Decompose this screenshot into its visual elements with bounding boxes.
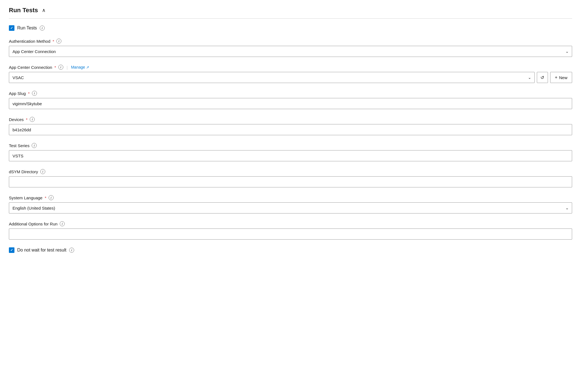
refresh-icon: ↺ [540, 75, 544, 80]
new-button[interactable]: + New [550, 72, 572, 83]
section-title: Run Tests [9, 7, 38, 14]
app-center-connection-required: * [54, 65, 56, 70]
app-slug-required: * [28, 91, 30, 96]
page-container: Run Tests ∧ ✓ Run Tests i Authentication… [0, 0, 581, 392]
external-link-icon: ↗ [86, 65, 89, 69]
authentication-method-label: Authentication Method [9, 39, 50, 44]
do-not-wait-info-icon[interactable]: i [69, 248, 74, 253]
devices-input[interactable] [9, 124, 572, 135]
dsym-directory-label-row: dSYM Directory i [9, 169, 572, 174]
devices-label-row: Devices * i [9, 117, 572, 122]
run-tests-label: Run Tests [17, 26, 37, 31]
app-center-connection-label-row: App Center Connection * i | Manage ↗ [9, 65, 572, 70]
app-slug-label-row: App Slug * i [9, 91, 572, 96]
test-series-group: Test Series i [9, 143, 572, 161]
test-series-label: Test Series [9, 143, 29, 148]
dsym-directory-label: dSYM Directory [9, 169, 38, 174]
connection-row: VSAC ⌄ ↺ + New [9, 72, 572, 83]
system-language-label-row: System Language * i [9, 195, 572, 200]
system-language-select[interactable]: English (United States) Spanish French G… [9, 202, 572, 213]
chevron-up-icon[interactable]: ∧ [42, 7, 46, 13]
authentication-method-select-wrapper: App Center Connection Credentials ⌄ [9, 46, 572, 57]
test-series-info-icon[interactable]: i [32, 143, 37, 148]
pipe-separator: | [67, 65, 68, 70]
system-language-info-icon[interactable]: i [49, 195, 54, 200]
app-center-connection-select[interactable]: VSAC [9, 72, 535, 83]
dsym-directory-info-icon[interactable]: i [40, 169, 45, 174]
plus-icon: + [555, 75, 557, 80]
authentication-method-info-icon[interactable]: i [56, 39, 61, 44]
system-language-group: System Language * i English (United Stat… [9, 195, 572, 213]
app-center-connection-label: App Center Connection [9, 65, 52, 70]
additional-options-label-row: Additional Options for Run i [9, 221, 572, 226]
authentication-method-label-row: Authentication Method * i [9, 39, 572, 44]
do-not-wait-row: ✓ Do not wait for test result i [9, 247, 572, 253]
app-center-connection-group: App Center Connection * i | Manage ↗ VSA… [9, 65, 572, 83]
additional-options-group: Additional Options for Run i [9, 221, 572, 240]
do-not-wait-checkbox[interactable]: ✓ [9, 247, 14, 253]
app-slug-label: App Slug [9, 91, 26, 96]
section-header: Run Tests ∧ [9, 7, 572, 19]
devices-required: * [26, 117, 27, 122]
additional-options-label: Additional Options for Run [9, 222, 57, 226]
app-slug-info-icon[interactable]: i [32, 91, 37, 96]
additional-options-info-icon[interactable]: i [60, 221, 65, 226]
refresh-button[interactable]: ↺ [537, 72, 548, 83]
manage-link[interactable]: Manage ↗ [71, 65, 89, 69]
system-language-select-wrapper: English (United States) Spanish French G… [9, 202, 572, 213]
devices-group: Devices * i [9, 117, 572, 135]
app-slug-group: App Slug * i [9, 91, 572, 109]
run-tests-row: ✓ Run Tests i [9, 25, 572, 31]
app-center-connection-info-icon[interactable]: i [58, 65, 63, 70]
devices-label: Devices [9, 117, 24, 122]
new-button-label: New [559, 75, 567, 80]
authentication-method-group: Authentication Method * i App Center Con… [9, 39, 572, 57]
system-language-label: System Language [9, 195, 42, 200]
authentication-method-select[interactable]: App Center Connection Credentials [9, 46, 572, 57]
do-not-wait-checkmark-icon: ✓ [10, 248, 13, 252]
additional-options-input[interactable] [9, 228, 572, 240]
do-not-wait-label: Do not wait for test result [17, 248, 66, 253]
authentication-method-required: * [52, 39, 54, 44]
connection-select-wrapper: VSAC ⌄ [9, 72, 535, 83]
dsym-directory-group: dSYM Directory i [9, 169, 572, 187]
test-series-input[interactable] [9, 150, 572, 161]
dsym-directory-input[interactable] [9, 176, 572, 187]
run-tests-info-icon[interactable]: i [40, 26, 45, 31]
test-series-label-row: Test Series i [9, 143, 572, 148]
manage-link-label: Manage [71, 65, 85, 69]
system-language-required: * [45, 195, 46, 200]
app-slug-input[interactable] [9, 98, 572, 109]
form-section: ✓ Run Tests i Authentication Method * i … [9, 25, 572, 270]
run-tests-checkbox[interactable]: ✓ [9, 25, 14, 31]
devices-info-icon[interactable]: i [30, 117, 35, 122]
checkmark-icon: ✓ [10, 26, 13, 30]
